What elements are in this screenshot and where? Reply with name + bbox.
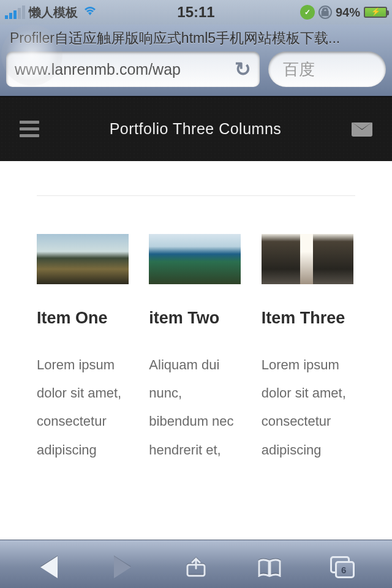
wifi-icon bbox=[83, 4, 97, 20]
orientation-lock-icon: 🔒︎ bbox=[318, 6, 332, 19]
browser-chrome-top: Profiler自适应触屏版响应式html5手机网站模板下载... www.la… bbox=[0, 24, 392, 96]
signal-bars-icon bbox=[5, 6, 25, 19]
refresh-icon[interactable]: ↻ bbox=[235, 58, 251, 81]
battery-icon bbox=[364, 7, 387, 18]
browser-toolbar: 6 bbox=[0, 540, 392, 588]
share-button[interactable] bbox=[183, 554, 209, 580]
bookmarks-button[interactable] bbox=[257, 554, 282, 580]
security-app-icon: ✓ bbox=[300, 5, 315, 20]
assistive-touch-icon[interactable] bbox=[1, 24, 62, 86]
thumbnail-image bbox=[149, 234, 241, 284]
clock: 15:11 bbox=[177, 4, 214, 21]
battery-percentage: 94% bbox=[336, 6, 360, 20]
ios-status-bar: 懒人模板 15:11 ✓ 🔒︎ 94% bbox=[0, 0, 392, 24]
app-header-title: Portfolio Three Columns bbox=[110, 120, 282, 138]
page-title: Profiler自适应触屏版响应式html5手机网站模板下载... bbox=[6, 24, 386, 51]
item-desc: Lorem ipsum dolor sit amet, consectetur … bbox=[37, 351, 130, 464]
tabs-button[interactable]: 6 bbox=[330, 554, 356, 580]
mail-icon[interactable] bbox=[352, 122, 372, 137]
portfolio-item[interactable]: Item Three Lorem ipsum dolor sit amet, c… bbox=[262, 234, 355, 464]
portfolio-grid: Item One Lorem ipsum dolor sit amet, con… bbox=[0, 196, 392, 464]
app-header: Portfolio Three Columns bbox=[0, 96, 392, 161]
item-title: Item One bbox=[37, 309, 130, 328]
page-content: Item One Lorem ipsum dolor sit amet, con… bbox=[0, 161, 392, 540]
item-desc: Aliquam dui nunc, bibendum nec hendrerit… bbox=[149, 351, 243, 464]
menu-icon[interactable] bbox=[20, 121, 39, 137]
carrier-label: 懒人模板 bbox=[29, 4, 78, 21]
search-placeholder: 百度 bbox=[283, 59, 315, 80]
portfolio-item[interactable]: Item One Lorem ipsum dolor sit amet, con… bbox=[37, 234, 130, 464]
item-desc: Lorem ipsum dolor sit amet, consectetur … bbox=[262, 351, 355, 464]
item-title: item Two bbox=[149, 309, 243, 328]
thumbnail-image bbox=[262, 234, 353, 284]
tab-count: 6 bbox=[341, 565, 346, 575]
portfolio-item[interactable]: item Two Aliquam dui nunc, bibendum nec … bbox=[149, 234, 243, 464]
item-title: Item Three bbox=[262, 309, 355, 328]
forward-button[interactable] bbox=[110, 554, 135, 580]
back-button[interactable] bbox=[36, 554, 62, 580]
search-field[interactable]: 百度 bbox=[268, 51, 386, 87]
thumbnail-image bbox=[37, 234, 129, 284]
